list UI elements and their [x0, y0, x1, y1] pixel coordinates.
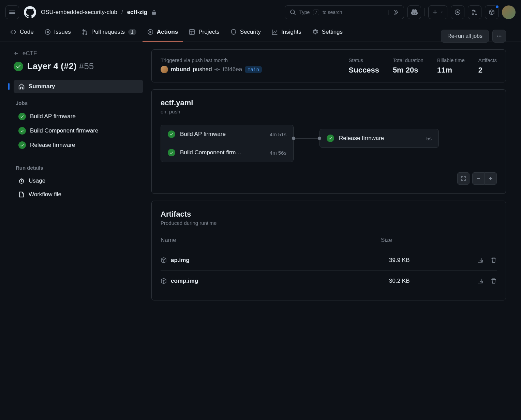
- commit-sha[interactable]: f6f46ea: [223, 66, 242, 73]
- commit-icon: [214, 67, 220, 72]
- svg-point-1: [457, 12, 459, 13]
- main-content: Re-run all jobs Triggered via push last …: [151, 50, 506, 307]
- job-stage-2: Release firmware 5s: [319, 129, 439, 148]
- check-icon: [18, 141, 26, 149]
- kebab-icon: [496, 33, 502, 39]
- tab-pull-requests[interactable]: Pull requests 1: [77, 25, 141, 42]
- sidebar-jobs-label: Jobs: [16, 100, 143, 106]
- sidebar-item-workflow-file[interactable]: Workflow file: [14, 188, 143, 201]
- workflow-graph[interactable]: Build AP firmware 4m 51s Build Component…: [161, 125, 497, 162]
- issues-button[interactable]: [451, 5, 464, 19]
- zoom-out-button[interactable]: [472, 172, 485, 185]
- job-0-time: 4m 51s: [270, 131, 286, 137]
- run-summary-card: Triggered via push last month mbund push…: [151, 49, 506, 82]
- divider: [425, 8, 425, 16]
- download-icon: [478, 278, 484, 284]
- sidebar: eCTF Layer 4 (#2) #55 Summary Jobs Build…: [7, 50, 143, 307]
- package-icon: [161, 278, 167, 284]
- billable-value: 11m: [437, 66, 465, 75]
- user-avatar-small[interactable]: [161, 66, 168, 73]
- sidebar-item-summary[interactable]: Summary: [14, 80, 143, 93]
- artifacts-title: Artifacts: [161, 210, 497, 219]
- stopwatch-icon: [18, 178, 25, 184]
- github-logo[interactable]: [23, 5, 37, 19]
- search-input[interactable]: Type / to search |: [285, 5, 404, 19]
- tab-issues[interactable]: Issues: [40, 25, 76, 42]
- breadcrumb-repo[interactable]: ectf-zig: [127, 9, 148, 16]
- artifacts-header: Name Size: [161, 233, 497, 250]
- search-icon: [290, 9, 296, 15]
- svg-rect-17: [490, 177, 491, 180]
- svg-point-3: [47, 31, 48, 33]
- artifact-0-name[interactable]: ap.img: [171, 257, 190, 264]
- download-button[interactable]: [478, 278, 484, 284]
- back-label: eCTF: [23, 50, 37, 57]
- search-key-hint: /: [313, 10, 319, 15]
- rerun-all-button[interactable]: Re-run all jobs: [441, 30, 489, 43]
- svg-point-11: [501, 36, 502, 37]
- svg-point-12: [217, 69, 218, 71]
- run-title-row: Layer 4 (#2) #55: [14, 61, 143, 72]
- duration-value: 5m 20s: [393, 66, 423, 75]
- artifact-row-1: comp.img 30.2 KB: [161, 270, 497, 291]
- delete-button[interactable]: [491, 257, 497, 263]
- sidebar-workflow-file-label: Workflow file: [29, 191, 61, 198]
- fullscreen-button[interactable]: [457, 172, 470, 185]
- minus-icon: [476, 176, 481, 181]
- file-icon: [18, 191, 25, 198]
- delete-button[interactable]: [491, 278, 497, 284]
- sidebar-job-1[interactable]: Build Component firmware: [14, 124, 143, 138]
- job-node-2[interactable]: Release firmware 5s: [320, 129, 438, 147]
- job-node-1[interactable]: Build Component firm… 4m 56s: [161, 143, 293, 162]
- branch-badge[interactable]: main: [245, 66, 262, 73]
- workflow-file-name[interactable]: ectf.yaml: [161, 98, 497, 107]
- search-suffix: to search: [323, 10, 342, 15]
- zoom-in-button[interactable]: [485, 172, 497, 185]
- notifications-button[interactable]: [485, 5, 498, 19]
- job-stage-1: Build AP firmware 4m 51s Build Component…: [161, 125, 294, 162]
- workflow-trigger: on: push: [161, 109, 497, 114]
- command-palette-icon[interactable]: [393, 9, 399, 15]
- check-icon: [168, 130, 175, 138]
- home-icon: [18, 83, 25, 90]
- svg-point-10: [499, 36, 500, 37]
- tab-code-label: Code: [20, 29, 34, 35]
- copilot-button[interactable]: [407, 5, 421, 19]
- check-icon: [18, 113, 26, 120]
- sidebar-job-1-label: Build Component firmware: [30, 127, 98, 134]
- create-new-button[interactable]: [428, 5, 447, 19]
- sidebar-job-0[interactable]: Build AP firmware: [14, 109, 143, 124]
- hamburger-menu[interactable]: [5, 5, 19, 19]
- more-actions-button[interactable]: [492, 30, 506, 43]
- search-prefix: Type: [299, 10, 310, 15]
- sidebar-usage-label: Usage: [29, 177, 45, 184]
- artifact-0-size: 39.9 KB: [389, 257, 478, 264]
- trigger-user[interactable]: mbund: [171, 66, 190, 73]
- col-size-header: Size: [381, 237, 497, 244]
- billable-label: Billable time: [437, 57, 465, 63]
- job-node-0[interactable]: Build AP firmware 4m 51s: [161, 125, 293, 143]
- back-link[interactable]: eCTF: [14, 50, 143, 57]
- issues-icon: [45, 29, 51, 35]
- svg-rect-15: [477, 178, 480, 179]
- artifact-1-name[interactable]: comp.img: [171, 278, 198, 284]
- arrow-left-icon: [14, 51, 19, 56]
- run-number: #55: [79, 61, 94, 71]
- tab-pull-requests-label: Pull requests: [91, 29, 125, 35]
- trigger-label: Triggered via push last month: [161, 57, 335, 63]
- download-button[interactable]: [478, 257, 484, 263]
- trigger-action: pushed: [193, 66, 212, 73]
- status-value: Success: [349, 66, 379, 75]
- sidebar-item-usage[interactable]: Usage: [14, 174, 143, 188]
- user-avatar[interactable]: [502, 5, 516, 19]
- code-icon: [10, 29, 16, 35]
- sidebar-job-2[interactable]: Release firmware: [14, 138, 143, 152]
- lock-icon: [151, 10, 157, 15]
- pull-requests-button[interactable]: [468, 5, 481, 19]
- status-label: Status: [349, 57, 379, 63]
- run-title: Layer 4 (#2) #55: [27, 61, 94, 72]
- job-1-time: 4m 56s: [270, 150, 286, 156]
- package-icon: [161, 257, 167, 263]
- breadcrumb-org[interactable]: OSU-embedded-security-club: [41, 9, 117, 16]
- tab-code[interactable]: Code: [5, 25, 39, 42]
